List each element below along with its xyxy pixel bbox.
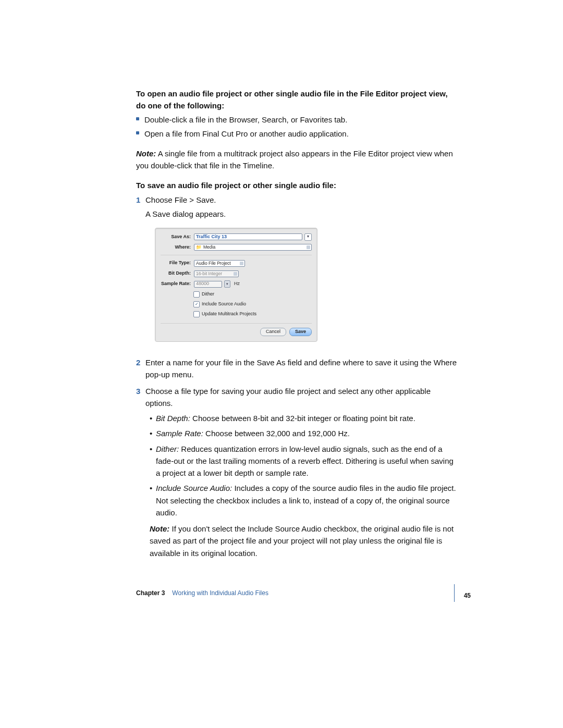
save-button[interactable]: Save bbox=[289, 328, 312, 336]
dither-checkbox[interactable] bbox=[193, 291, 200, 298]
note-text: If you don't select the Include Source A… bbox=[150, 524, 454, 558]
bullet-item: Open a file from Final Cut Pro or anothe… bbox=[136, 128, 459, 140]
update-multitrack-checkbox[interactable] bbox=[193, 311, 200, 317]
option-label: Dither: bbox=[156, 445, 179, 453]
include-source-label: Include Source Audio bbox=[202, 301, 246, 308]
step-sub: A Save dialog appears. bbox=[145, 208, 459, 220]
page-number: 45 bbox=[464, 592, 471, 599]
step-2: Enter a name for your file in the Save A… bbox=[136, 356, 459, 381]
where-select[interactable]: 📁Media bbox=[194, 244, 312, 251]
dither-label: Dither bbox=[202, 291, 214, 298]
option-note: Note: If you don't select the Include So… bbox=[145, 523, 459, 559]
where-label: Where: bbox=[161, 244, 192, 251]
open-file-bullets: Double-click a file in the Browser, Sear… bbox=[136, 114, 459, 140]
option-label: Bit Depth: bbox=[156, 414, 190, 423]
update-multitrack-label: Update Multitrack Projects bbox=[202, 311, 256, 318]
footer-separator bbox=[454, 584, 455, 602]
save-heading: To save an audio file project or other s… bbox=[136, 181, 459, 190]
option-text: Choose between 8-bit and 32-bit integer … bbox=[190, 414, 415, 423]
option-label: Include Source Audio: bbox=[156, 484, 232, 492]
option-item: Dither: Reduces quantization errors in l… bbox=[150, 443, 459, 479]
option-item: Include Source Audio: Includes a copy of… bbox=[150, 482, 459, 519]
file-type-label: File Type: bbox=[161, 260, 192, 267]
page-content: To open an audio file project or other s… bbox=[136, 88, 459, 563]
section-heading: To open an audio file project or other s… bbox=[136, 88, 459, 112]
page-footer: Chapter 3 Working with Individual Audio … bbox=[136, 589, 470, 597]
option-text: Reduces quantization errors in low-level… bbox=[156, 445, 454, 478]
options-list: Bit Depth: Choose between 8-bit and 32-b… bbox=[150, 412, 459, 519]
chapter-number: Chapter 3 bbox=[136, 589, 165, 597]
step-1: Choose File > Save. A Save dialog appear… bbox=[136, 194, 459, 342]
note-label: Note: bbox=[136, 149, 156, 158]
bit-depth-select[interactable]: 16-bit Integer bbox=[194, 270, 239, 277]
option-item: Bit Depth: Choose between 8-bit and 32-b… bbox=[150, 412, 459, 424]
chapter-title: Working with Individual Audio Files bbox=[172, 589, 268, 597]
save-as-input[interactable]: Traffic City 13 bbox=[194, 233, 302, 240]
bullet-item: Double-click a file in the Browser, Sear… bbox=[136, 114, 459, 126]
step-3: Choose a file type for saving your audio… bbox=[136, 385, 459, 559]
note-block: Note: A single file from a multitrack pr… bbox=[136, 147, 459, 172]
save-as-label: Save As: bbox=[161, 233, 192, 241]
cancel-button[interactable]: Cancel bbox=[260, 328, 286, 336]
include-source-checkbox[interactable]: ✓ bbox=[193, 301, 200, 307]
sample-rate-stepper[interactable]: ▾ bbox=[224, 280, 230, 288]
note-text: A single file from a multitrack project … bbox=[136, 149, 453, 170]
file-type-select[interactable]: Audio File Project bbox=[194, 260, 245, 267]
step-text: Choose File > Save. bbox=[145, 195, 216, 204]
note-label: Note: bbox=[150, 524, 169, 533]
option-item: Sample Rate: Choose between 32,000 and 1… bbox=[150, 427, 459, 439]
step-text: Enter a name for your file in the Save A… bbox=[145, 358, 457, 379]
step-text: Choose a file type for saving your audio… bbox=[145, 387, 431, 408]
option-text: Choose between 32,000 and 192,000 Hz. bbox=[203, 429, 350, 438]
option-label: Sample Rate: bbox=[156, 429, 203, 438]
save-dialog-screenshot: Save As: Traffic City 13 ▼ Where: 📁Media… bbox=[155, 228, 459, 342]
sample-rate-label: Sample Rate: bbox=[161, 280, 192, 288]
save-dialog: Save As: Traffic City 13 ▼ Where: 📁Media… bbox=[155, 228, 317, 342]
hz-label: Hz bbox=[234, 280, 240, 288]
save-steps: Choose File > Save. A Save dialog appear… bbox=[136, 194, 459, 559]
bit-depth-label: Bit Depth: bbox=[161, 270, 192, 277]
sample-rate-input[interactable]: 48000 bbox=[194, 281, 222, 288]
disclosure-button[interactable]: ▼ bbox=[304, 233, 312, 241]
